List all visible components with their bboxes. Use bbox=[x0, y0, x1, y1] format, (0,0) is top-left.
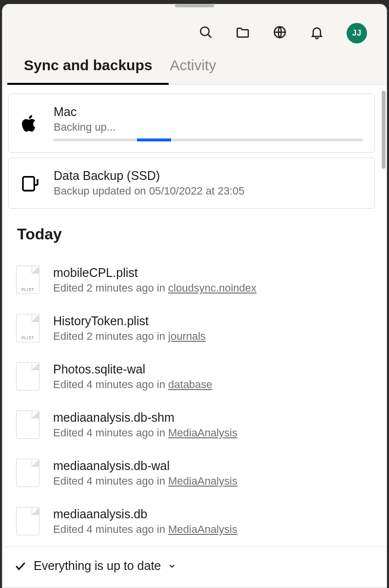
svg-point-4 bbox=[37, 179, 39, 181]
chevron-down-icon bbox=[168, 562, 176, 570]
avatar-initials: JJ bbox=[352, 29, 362, 38]
device-card-ssd[interactable]: Data Backup (SSD) Backup updated on 05/1… bbox=[8, 157, 375, 209]
file-name: mediaanalysis.db bbox=[53, 507, 375, 521]
scrollbar[interactable] bbox=[381, 85, 387, 547]
file-body: mediaanalysis.db-wal Edited 4 minutes ag… bbox=[53, 459, 375, 488]
file-name: mediaanalysis.db-wal bbox=[53, 459, 375, 473]
file-type-icon: PLIST bbox=[16, 266, 39, 294]
file-type-icon bbox=[16, 362, 39, 391]
scrollbar-thumb[interactable] bbox=[382, 91, 386, 169]
svg-rect-3 bbox=[23, 176, 34, 190]
file-meta: Edited 4 minutes ago in database bbox=[53, 378, 375, 391]
device-name: Mac bbox=[54, 105, 363, 119]
tabs: Sync and backups Activity bbox=[2, 48, 387, 85]
device-card-body: Data Backup (SSD) Backup updated on 05/1… bbox=[54, 169, 363, 197]
file-location-link[interactable]: cloudsync.noindex bbox=[168, 282, 256, 294]
statusbar[interactable]: Everything is up to date bbox=[2, 547, 387, 588]
file-body: mediaanalysis.db-shm Edited 4 minutes ag… bbox=[53, 411, 375, 439]
file-name: mobileCPL.plist bbox=[53, 266, 375, 280]
file-type-icon bbox=[16, 411, 39, 439]
file-body: Photos.sqlite-wal Edited 4 minutes ago i… bbox=[53, 362, 375, 391]
header: JJ Sync and backups Activity bbox=[2, 4, 387, 85]
status-text: Everything is up to date bbox=[34, 559, 161, 573]
window-handle bbox=[175, 4, 214, 7]
file-row[interactable]: mediaanalysis.db-shm Edited 4 minutes ag… bbox=[8, 401, 375, 449]
file-location-link[interactable]: database bbox=[168, 378, 213, 391]
file-meta: Edited 4 minutes ago in MediaAnalysis bbox=[53, 523, 375, 536]
file-meta: Edited 2 minutes ago in journals bbox=[53, 330, 375, 343]
file-row[interactable]: Photos.sqlite-wal Edited 4 minutes ago i… bbox=[8, 353, 375, 401]
globe-icon[interactable] bbox=[272, 25, 287, 41]
drive-icon bbox=[20, 174, 40, 193]
file-type-icon bbox=[16, 507, 39, 535]
file-location-link[interactable]: MediaAnalysis bbox=[168, 475, 237, 487]
tab-sync-backups[interactable]: Sync and backups bbox=[24, 57, 152, 84]
backup-progress bbox=[54, 138, 363, 141]
device-card-body: Mac Backing up... bbox=[54, 105, 363, 141]
file-row[interactable]: mediaanalysis.db Edited 4 minutes ago in… bbox=[8, 497, 375, 546]
file-body: mediaanalysis.db Edited 4 minutes ago in… bbox=[53, 507, 375, 536]
file-location-link[interactable]: journals bbox=[168, 330, 206, 342]
file-row[interactable]: mediaanalysis.db-wal Edited 4 minutes ag… bbox=[8, 449, 375, 497]
file-type-icon: PLIST bbox=[16, 314, 39, 342]
content-wrap: Mac Backing up... Data Backup (SSD) Back… bbox=[2, 85, 387, 547]
file-row[interactable]: PLIST HistoryToken.plist Edited 2 minute… bbox=[8, 304, 375, 353]
section-heading: Today bbox=[17, 225, 375, 243]
toolbar: JJ bbox=[2, 4, 387, 48]
file-meta: Edited 2 minutes ago in cloudsync.noinde… bbox=[53, 282, 375, 294]
file-location-link[interactable]: MediaAnalysis bbox=[168, 523, 237, 535]
folder-icon[interactable] bbox=[235, 25, 250, 41]
file-name: mediaanalysis.db-shm bbox=[53, 411, 375, 425]
check-icon bbox=[14, 560, 27, 572]
content[interactable]: Mac Backing up... Data Backup (SSD) Back… bbox=[2, 85, 381, 547]
backup-progress-bar bbox=[137, 138, 171, 141]
file-meta: Edited 4 minutes ago in MediaAnalysis bbox=[53, 475, 375, 488]
apple-icon bbox=[20, 114, 40, 133]
svg-line-1 bbox=[208, 35, 212, 38]
bell-icon[interactable] bbox=[310, 25, 324, 41]
device-status: Backing up... bbox=[54, 121, 363, 134]
svg-point-0 bbox=[200, 27, 209, 36]
file-body: mobileCPL.plist Edited 2 minutes ago in … bbox=[53, 266, 375, 294]
tab-activity[interactable]: Activity bbox=[170, 57, 216, 84]
device-card-mac[interactable]: Mac Backing up... bbox=[8, 94, 375, 153]
search-icon[interactable] bbox=[198, 25, 213, 41]
file-location-link[interactable]: MediaAnalysis bbox=[168, 427, 237, 439]
file-type-icon bbox=[16, 459, 39, 487]
file-meta: Edited 4 minutes ago in MediaAnalysis bbox=[53, 427, 375, 439]
device-name: Data Backup (SSD) bbox=[54, 169, 363, 183]
app-window: JJ Sync and backups Activity Mac Backing… bbox=[2, 4, 387, 588]
file-name: HistoryToken.plist bbox=[53, 314, 375, 328]
file-name: Photos.sqlite-wal bbox=[53, 362, 375, 376]
file-row[interactable]: PLIST mobileCPL.plist Edited 2 minutes a… bbox=[8, 256, 375, 304]
file-body: HistoryToken.plist Edited 2 minutes ago … bbox=[53, 314, 375, 343]
device-status: Backup updated on 05/10/2022 at 23:05 bbox=[54, 185, 363, 197]
avatar[interactable]: JJ bbox=[347, 23, 367, 43]
